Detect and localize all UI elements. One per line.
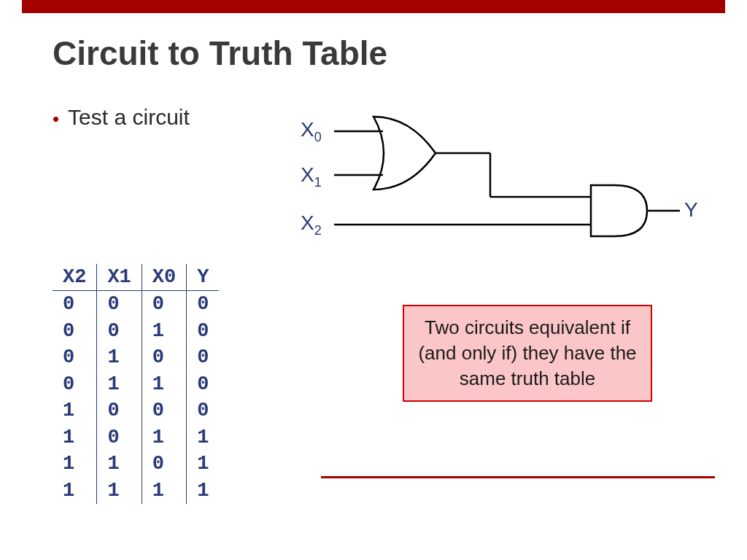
table-row: 1011 [53,424,219,451]
table-row: 0100 [53,344,219,370]
col-header: X2 [53,264,97,291]
cell: 0 [187,371,220,397]
input-x1-label: X1 [301,163,322,190]
cell: 1 [53,451,97,477]
table-row: 0000 [53,291,219,318]
cell: 0 [97,424,142,451]
table-row: 1000 [53,397,219,424]
table-row: 0110 [53,371,219,397]
cell: 0 [187,344,220,370]
bullet-text: Test a circuit [68,105,190,129]
col-header: Y [187,264,220,291]
cell: 0 [187,318,220,344]
cell: 0 [142,344,186,370]
table-row: 1111 [53,478,219,504]
cell: 0 [97,318,142,344]
truth-table: X2 X1 X0 Y 00000010010001101000101111011… [53,264,219,504]
cell: 0 [97,397,142,424]
cell: 0 [53,371,97,397]
cell: 0 [187,397,220,424]
callout-box: Two circuits equivalent if (and only if)… [403,305,652,402]
cell: 0 [53,318,97,344]
cell: 0 [53,291,97,318]
cell: 1 [142,318,186,344]
cell: 1 [97,451,142,477]
circuit-diagram: X0 X1 X2 Y [301,115,709,261]
cell: 0 [142,291,186,318]
table-row: 1101 [53,451,219,477]
cell: 1 [53,397,97,424]
cell: 0 [142,397,186,424]
cell: 1 [97,344,142,370]
footer-rule [321,476,715,478]
input-x0-label: X0 [301,118,322,145]
cell: 1 [187,451,220,477]
col-header: X0 [142,264,186,291]
cell: 1 [187,478,220,504]
cell: 1 [142,478,186,504]
cell: 0 [53,344,97,370]
cell: 1 [97,371,142,397]
output-y-label: Y [684,198,698,222]
cell: 1 [97,478,142,504]
col-header: X1 [97,264,142,291]
page-title: Circuit to Truth Table [53,34,747,73]
cell: 1 [142,424,186,451]
cell: 1 [53,478,97,504]
table-row: 0010 [53,318,219,344]
cell: 1 [142,371,186,397]
header-bar [22,0,725,13]
cell: 0 [97,291,142,318]
circuit-svg [301,115,709,261]
cell: 0 [187,291,220,318]
input-x2-label: X2 [301,211,322,238]
cell: 1 [53,424,97,451]
bullet-dot-icon: • [53,108,59,130]
cell: 0 [142,451,186,477]
table-header-row: X2 X1 X0 Y [53,264,219,291]
cell: 1 [187,424,220,451]
